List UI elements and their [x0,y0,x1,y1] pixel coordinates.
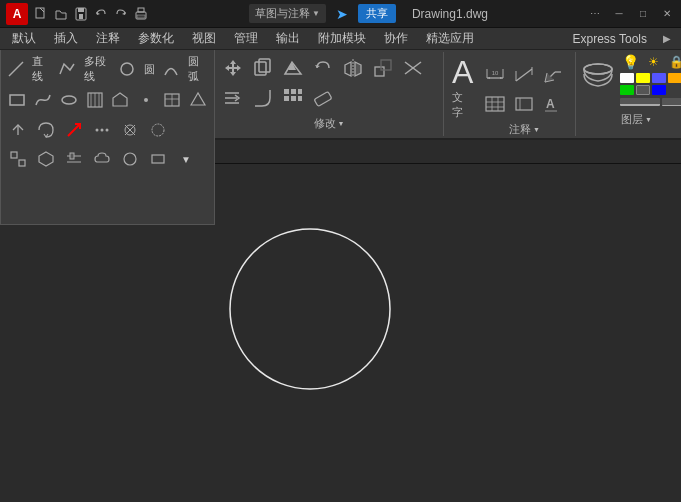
share-button[interactable]: 共享 [358,4,396,23]
menu-addons[interactable]: 附加模块 [310,28,374,49]
menu-parametric[interactable]: 参数化 [130,28,182,49]
close-button[interactable]: ✕ [659,6,675,22]
mtext-tool[interactable]: A [539,90,567,118]
annotation-mode-dropdown[interactable]: 草图与注释 ▼ [249,4,326,23]
svg-rect-52 [284,89,289,94]
modify-copy[interactable] [33,117,59,143]
layer-label[interactable]: 图层 [621,112,652,127]
circle-small-tool[interactable] [117,146,143,172]
layer-sun[interactable]: ☀ [643,54,663,70]
rotate-tool[interactable] [309,54,337,82]
snap-tool[interactable] [5,146,31,172]
menu-view[interactable]: 视图 [184,28,224,49]
maximize-button[interactable]: □ [635,6,651,22]
svg-line-63 [516,69,532,81]
color-blue[interactable] [652,73,666,83]
menu-overflow[interactable]: ▶ [657,29,677,49]
trim-tool[interactable] [399,54,427,82]
print-button[interactable] [132,5,150,23]
hatch2-tool[interactable] [33,146,59,172]
mirror-tool[interactable] [339,54,367,82]
svg-point-9 [121,63,133,75]
move-tool[interactable] [219,54,247,82]
ellipse-tool[interactable] [57,87,81,113]
app-icon[interactable]: A [6,3,28,25]
stretch-tool[interactable] [279,54,307,82]
menu-manage[interactable]: 管理 [226,28,266,49]
color-yellow[interactable] [636,73,650,83]
arc-tool[interactable] [161,56,182,82]
menu-default[interactable]: 默认 [4,28,44,49]
circle-label: 圆 [140,62,159,77]
layer-light1[interactable]: 💡 [620,54,640,70]
erase-tool[interactable] [309,84,337,112]
draw-row-4: ▼ [5,146,210,172]
linetype-selector[interactable] [620,98,660,106]
color-orange[interactable] [668,73,681,83]
rect-tool[interactable] [5,87,29,113]
menu-insert[interactable]: 插入 [46,28,86,49]
open-button[interactable] [52,5,70,23]
layer-icons-row1: 💡 ☀ 🔒 0 [620,54,681,70]
menu-output[interactable]: 输出 [268,28,308,49]
table-tool[interactable] [160,87,184,113]
titlebar-left: A [6,3,150,25]
array-tool[interactable] [279,84,307,112]
modify-label[interactable]: 修改 [314,116,345,131]
draw-panel: 直线 多段线 圆 圆弧 [0,50,215,225]
modify-move[interactable] [5,117,31,143]
line-tool[interactable] [5,56,26,82]
modify-dots[interactable] [89,117,115,143]
undo-button[interactable] [92,5,110,23]
color-white[interactable] [620,73,634,83]
new-button[interactable] [32,5,50,23]
layer-lock[interactable]: 🔒 [666,54,681,70]
table-insert[interactable] [481,90,509,118]
field-tool[interactable] [510,90,538,118]
text-tool[interactable]: A 文字 [452,56,473,120]
svg-rect-38 [255,62,266,75]
menu-overflow-button[interactable]: ⋯ [587,6,603,22]
align-tool[interactable] [61,146,87,172]
menu-collaborate[interactable]: 协作 [376,28,416,49]
lineweight-selector[interactable] [662,98,681,106]
save-button[interactable] [72,5,90,23]
more-tool[interactable]: ▼ [173,146,199,172]
layer-line-row [620,98,681,106]
leader-tool[interactable] [539,60,567,88]
annot-label[interactable]: 注释 [509,122,540,137]
extend-tool[interactable] [219,84,247,112]
spline-tool[interactable] [31,87,55,113]
arrow-tool-selected[interactable] [61,117,87,143]
layer-label-row: 图层 [580,110,681,127]
layer-section: 💡 ☀ 🔒 0 [576,52,681,136]
menu-annotate[interactable]: 注释 [88,28,128,49]
hatch-tool[interactable] [83,87,107,113]
block-tool[interactable] [109,87,133,113]
region-tool[interactable] [186,87,210,113]
modify-star2[interactable] [145,117,171,143]
cloud-tool[interactable] [89,146,115,172]
send-button[interactable]: ➤ [332,4,352,24]
layer-icon[interactable] [580,59,616,102]
redo-button[interactable] [112,5,130,23]
dim-linear[interactable]: 10 [481,60,509,88]
modify-star1[interactable] [117,117,143,143]
fillet-tool[interactable] [249,84,277,112]
polyline-tool[interactable] [56,56,77,82]
svg-rect-10 [10,95,24,105]
menu-featured[interactable]: 精选应用 [418,28,482,49]
color-green[interactable] [620,85,634,95]
dim-aligned[interactable] [510,60,538,88]
rect-small-tool[interactable] [145,146,171,172]
copy-tool[interactable] [249,54,277,82]
scale-tool[interactable] [369,54,397,82]
minimize-button[interactable]: ─ [611,6,627,22]
menu-express-tools[interactable]: Express Tools [565,30,655,48]
color-dark[interactable] [636,85,650,95]
point-tool[interactable] [134,87,158,113]
svg-marker-32 [39,152,53,166]
circle-tool[interactable] [117,56,138,82]
color-blue2[interactable] [652,85,666,95]
svg-rect-54 [298,89,302,94]
